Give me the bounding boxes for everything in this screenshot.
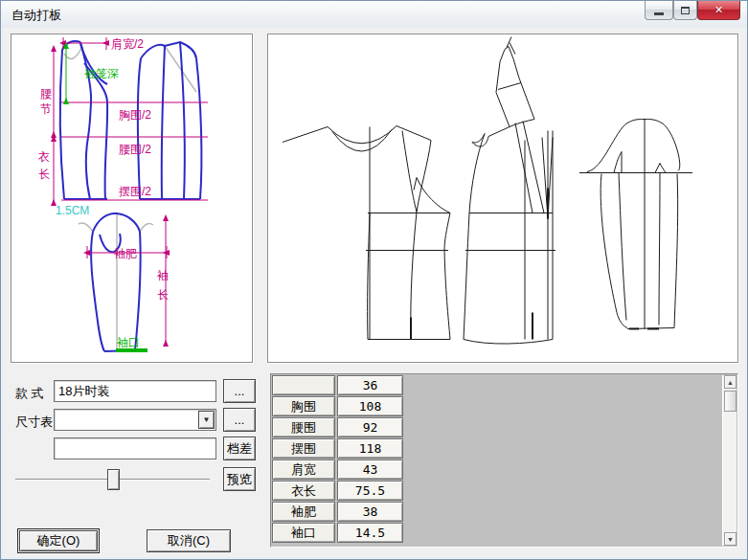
note-label: 1.5CM [56,204,89,217]
measure-name-cell[interactable]: 袖肥 [272,502,335,522]
close-icon: ✕ [714,5,723,15]
chevron-down-icon: ▼ [203,415,211,424]
cuff-label: 袖口 [116,336,140,349]
measure-value-cell[interactable]: 92 [337,417,403,437]
measure-value-cell[interactable]: 118 [337,438,403,459]
waist-node-char1: 腰 [40,87,52,101]
scroll-down-icon: ▼ [727,536,734,543]
measure-name-cell[interactable]: 腰围 [272,417,335,437]
ok-button[interactable]: 确定(O) [19,530,98,551]
measure-name-cell[interactable]: 摆围 [272,438,335,459]
window-title: 自动打板 [11,7,61,24]
ok-button-frame: 确定(O) [17,528,100,553]
zoom-slider-thumb[interactable] [107,469,120,490]
maximize-button[interactable] [673,1,697,20]
scroll-up-icon: ▲ [727,379,734,386]
minimize-button[interactable] [645,1,673,20]
size-table-combobox[interactable]: ▼ [54,409,216,431]
size-table-browse-label: ... [235,413,245,427]
schematic-canvas: 肩宽/2 袖笼深 腰 节 衣 长 胸围/2 腰围/2 摆围/2 1.5CM 袖肥… [11,34,252,362]
dimension-labels: 肩宽/2 袖笼深 腰 节 衣 长 胸围/2 腰围/2 摆围/2 1.5CM 袖肥… [37,37,169,349]
style-value: 18片时装 [58,384,109,398]
pattern-canvas [268,34,737,362]
grade-button-label: 档差 [227,440,252,458]
measure-value-cell[interactable]: 36 [337,375,403,395]
waist-label: 腰围/2 [119,143,151,156]
dialog-window: 自动打板 ✕ [0,0,748,560]
length-char2: 长 [38,168,50,181]
scroll-down-button[interactable]: ▼ [724,532,737,546]
length-char1: 衣 [37,150,50,164]
style-browse-button[interactable]: ... [223,379,256,403]
measure-value-cell[interactable]: 43 [337,459,403,480]
size-table-label: 尺寸表 [15,414,53,431]
measure-name-cell[interactable]: 胸围 [272,396,335,416]
measure-value-cell[interactable]: 38 [337,502,403,522]
style-input[interactable]: 18片时装 [54,380,216,402]
scroll-up-button[interactable]: ▲ [724,375,737,389]
grade-input[interactable] [54,437,216,459]
waist-node-char2: 节 [40,102,52,116]
style-label: 款 式 [15,385,44,402]
combo-dropdown-button[interactable]: ▼ [198,411,215,429]
measurement-schematic-panel: 肩宽/2 袖笼深 腰 节 衣 长 胸围/2 腰围/2 摆围/2 1.5CM 袖肥… [11,34,253,363]
minimize-icon [654,12,664,15]
style-browse-label: ... [235,384,245,398]
measure-name-cell[interactable]: 袖口 [272,523,335,543]
pattern-pieces [283,37,692,345]
size-table-browse-button[interactable]: ... [223,408,256,432]
preview-button-label: 预览 [227,471,252,488]
scrollbar-thumb[interactable] [724,391,737,412]
sleeve-length-char2: 长 [157,288,169,302]
measure-name-cell[interactable]: 肩宽 [272,459,335,480]
hem-label: 摆围/2 [119,185,151,198]
grid-vertical-scrollbar[interactable]: ▲ ▼ [722,375,737,546]
measure-name-cell[interactable]: 衣长 [272,481,335,501]
cancel-button[interactable]: 取消(C) [147,529,231,552]
grade-button[interactable]: 档差 [223,437,256,460]
preview-button[interactable]: 预览 [223,467,256,491]
measurement-grid: 36 胸围 108 腰围 92 摆围 118 肩宽 43 衣长 75.5 袖肥 … [270,373,738,548]
pattern-preview-panel [267,34,738,363]
measure-value-cell[interactable]: 14.5 [337,523,403,543]
ok-button-label: 确定(O) [37,532,80,549]
measure-name-cell[interactable] [272,375,335,395]
armhole-depth-label: 袖笼深 [83,67,119,80]
sleeve-width-label: 袖肥 [113,247,137,260]
maximize-icon [681,7,690,14]
measure-value-cell[interactable]: 75.5 [337,481,403,501]
cancel-button-label: 取消(C) [168,532,210,549]
measure-value-cell[interactable]: 108 [337,396,403,416]
title-bar: 自动打板 [1,1,747,28]
sleeve-length-char1: 袖 [156,269,169,282]
close-button[interactable]: ✕ [697,1,740,20]
shoulder-label: 肩宽/2 [111,37,144,51]
bust-label: 胸围/2 [119,108,151,122]
